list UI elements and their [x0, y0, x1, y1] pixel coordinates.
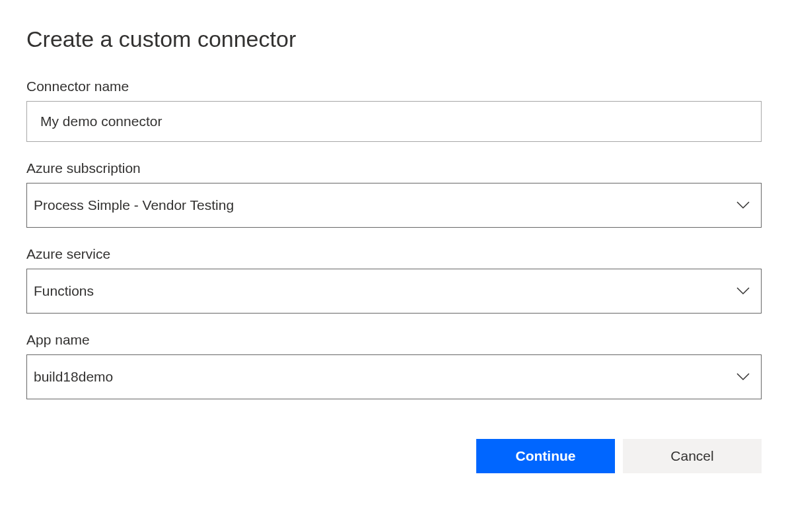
dialog-title: Create a custom connector	[26, 26, 762, 52]
azure-service-group: Azure service Functions	[26, 246, 762, 314]
app-name-select-wrapper: build18demo	[26, 354, 762, 399]
app-name-select[interactable]: build18demo	[26, 354, 762, 399]
azure-subscription-value: Process Simple - Vendor Testing	[34, 197, 234, 213]
app-name-label: App name	[26, 332, 762, 348]
cancel-button[interactable]: Cancel	[623, 439, 762, 473]
azure-subscription-select[interactable]: Process Simple - Vendor Testing	[26, 183, 762, 228]
connector-name-label: Connector name	[26, 79, 762, 94]
azure-subscription-group: Azure subscription Process Simple - Vend…	[26, 160, 762, 228]
connector-name-group: Connector name	[26, 79, 762, 142]
azure-subscription-label: Azure subscription	[26, 160, 762, 176]
azure-service-label: Azure service	[26, 246, 762, 262]
app-name-value: build18demo	[34, 369, 113, 385]
azure-service-select[interactable]: Functions	[26, 269, 762, 314]
azure-service-value: Functions	[34, 283, 94, 299]
connector-name-input[interactable]	[26, 101, 762, 142]
continue-button[interactable]: Continue	[476, 439, 615, 473]
app-name-group: App name build18demo	[26, 332, 762, 399]
azure-service-select-wrapper: Functions	[26, 269, 762, 314]
button-row: Continue Cancel	[26, 439, 762, 473]
azure-subscription-select-wrapper: Process Simple - Vendor Testing	[26, 183, 762, 228]
